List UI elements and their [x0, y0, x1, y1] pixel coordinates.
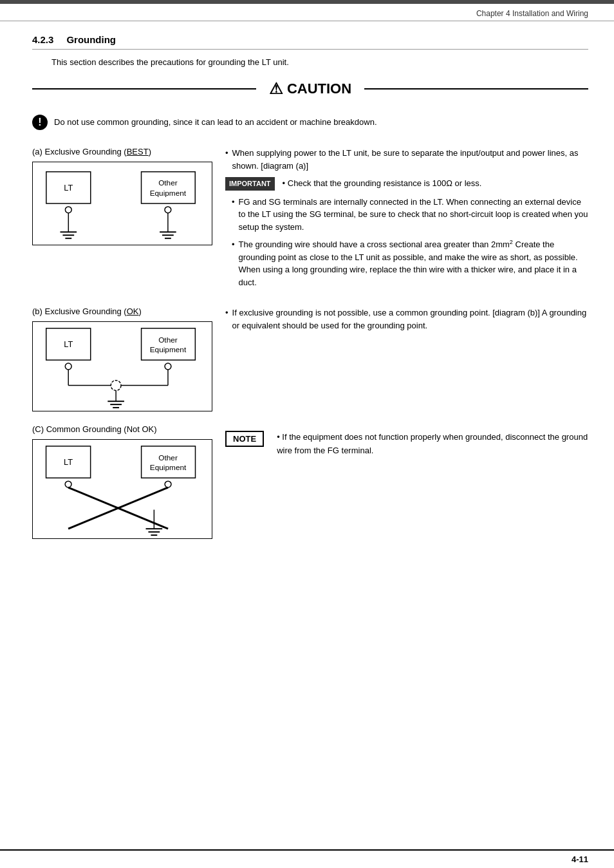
svg-point-21: [165, 363, 171, 370]
important-sub-list: FG and SG terminals are internally conne…: [232, 196, 588, 289]
diagram-c-label-text: (C) Common Grounding (Not OK): [32, 424, 157, 434]
diagram-b-section: (b) Exclusive Grounding (OK) LT Other Eq…: [32, 307, 588, 411]
bullet-text-2: If exclusive grounding is not possible, …: [232, 307, 588, 332]
svg-point-20: [65, 363, 71, 370]
caution-line-left: [32, 88, 256, 90]
svg-point-5: [65, 207, 71, 213]
right-bullet-list-1: When supplying power to the LT unit, be …: [225, 147, 588, 172]
svg-point-10: [165, 207, 171, 213]
diagram-c-right: NOTE • If the equipment does not functio…: [225, 424, 588, 539]
header-title: Chapter 4 Installation and Wiring: [0, 4, 614, 21]
important-section: IMPORTANT • Check that the grounding res…: [225, 177, 588, 288]
important-text-2: The grounding wire should have a cross s…: [239, 238, 588, 288]
svg-text:LT: LT: [64, 458, 73, 467]
section-title: Grounding: [66, 34, 116, 45]
content-area: 4.2.3 Grounding This section describes t…: [0, 21, 614, 565]
important-item-0: IMPORTANT • Check that the grounding res…: [225, 177, 588, 191]
diagram-a-left: (a) Exclusive Grounding (BEST) LT Other …: [32, 147, 212, 294]
diagram-c-section: (C) Common Grounding (Not OK) LT Other E…: [32, 424, 588, 539]
svg-point-25: [111, 381, 121, 391]
svg-text:Other: Other: [158, 178, 178, 187]
svg-point-35: [65, 481, 71, 487]
page-number: 4-11: [572, 854, 588, 864]
bullet-text-1: When supplying power to the LT unit, be …: [232, 147, 588, 172]
important-badge: IMPORTANT: [225, 177, 275, 191]
diagram-c-container: LT Other Equipment: [32, 439, 212, 539]
important-text-0: • Check that the grounding resistance is…: [283, 177, 482, 190]
note-container: NOTE • If the equipment does not functio…: [225, 431, 588, 458]
right-bullet-list-2: If exclusive grounding is not possible, …: [225, 307, 588, 332]
diagram-a-right: When supplying power to the LT unit, be …: [225, 147, 588, 294]
caution-line-right: [364, 88, 588, 90]
diagram-b-right: If exclusive grounding is not possible, …: [225, 307, 588, 411]
bullet-item-2: If exclusive grounding is not possible, …: [225, 307, 588, 332]
section-number: 4.2.3: [32, 34, 53, 45]
note-text: • If the equipment does not function pro…: [277, 431, 588, 458]
important-item-2: The grounding wire should have a cross s…: [232, 238, 588, 288]
diagram-a-section: (a) Exclusive Grounding (BEST) LT Other …: [32, 147, 588, 294]
caution-title: ⚠ CAUTION: [256, 80, 364, 98]
chapter-label: Chapter 4 Installation and Wiring: [476, 9, 588, 18]
svg-text:Equipment: Equipment: [150, 346, 187, 355]
caution-triangle-icon: ⚠: [269, 80, 283, 98]
bullet-item-1: When supplying power to the LT unit, be …: [225, 147, 588, 172]
diagram-b-svg: LT Other Equipment: [33, 322, 212, 411]
important-text-1: FG and SG terminals are internally conne…: [239, 196, 588, 234]
note-badge: NOTE: [225, 431, 264, 447]
diagram-b-container: LT Other Equipment: [32, 321, 212, 411]
svg-point-36: [165, 481, 171, 487]
diagram-c-left: (C) Common Grounding (Not OK) LT Other E…: [32, 424, 212, 539]
diagram-c-svg: LT Other Equipment: [33, 440, 212, 538]
svg-text:Equipment: Equipment: [150, 464, 187, 473]
caution-icon: !: [32, 115, 48, 130]
section-heading: 4.2.3 Grounding: [32, 34, 588, 50]
section-intro: This section describes the precautions f…: [51, 57, 588, 67]
diagram-a-svg: LT Other Equipment: [33, 162, 212, 245]
page-container: Chapter 4 Installation and Wiring 4.2.3 …: [0, 0, 614, 868]
svg-text:Other: Other: [158, 453, 178, 462]
diagram-c-label: (C) Common Grounding (Not OK): [32, 424, 212, 434]
caution-box: ⚠ CAUTION: [32, 80, 588, 98]
svg-text:Other: Other: [158, 335, 178, 344]
footer-bar: 4-11: [0, 849, 614, 868]
caution-content: ! Do not use common grounding, since it …: [32, 111, 588, 134]
diagram-a-container: LT Other Equipment: [32, 162, 212, 245]
caution-label: CAUTION: [287, 80, 351, 97]
diagram-b-left: (b) Exclusive Grounding (OK) LT Other Eq…: [32, 307, 212, 411]
svg-text:LT: LT: [64, 183, 73, 193]
caution-text: Do not use common grounding, since it ca…: [54, 115, 377, 129]
important-item-1: FG and SG terminals are internally conne…: [232, 196, 588, 234]
svg-text:Equipment: Equipment: [150, 189, 187, 198]
diagram-a-label: (a) Exclusive Grounding (BEST): [32, 147, 212, 156]
diagram-b-label: (b) Exclusive Grounding (OK): [32, 307, 212, 316]
svg-text:LT: LT: [64, 340, 73, 350]
